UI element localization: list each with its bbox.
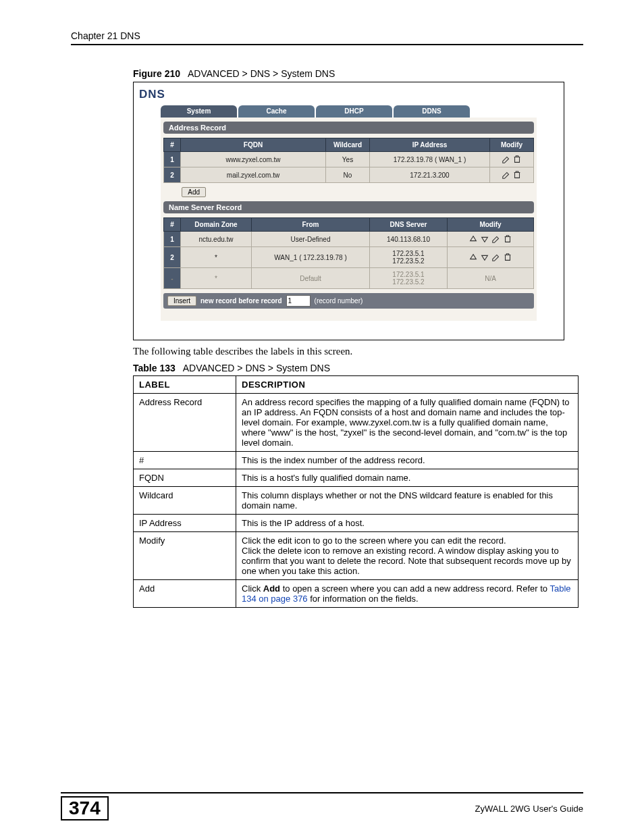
desc-text: This column displays whether or not the … [236, 487, 579, 515]
row-wildcard: Yes [326, 152, 370, 167]
row-zone: * [181, 268, 252, 289]
col-modify: Modify [490, 138, 534, 152]
address-record-table: # FQDN Wildcard IP Address Modify 1 www.… [163, 138, 534, 183]
row-ip: 172.23.19.78 ( WAN_1 ) [370, 152, 490, 167]
desc-label: Address Record [134, 394, 236, 452]
move-down-icon[interactable] [480, 234, 489, 244]
figure-label: Figure 210 [133, 68, 180, 79]
add-button[interactable]: Add [182, 187, 206, 197]
desc-text: This is the index number of the address … [236, 452, 579, 469]
desc-text: This is the IP address of a host. [236, 515, 579, 532]
tab-cache[interactable]: Cache [238, 105, 315, 118]
footer-rule [61, 792, 583, 793]
desc-row: IP AddressThis is the IP address of a ho… [134, 515, 579, 532]
chapter-heading: Chapter 21 DNS [71, 30, 583, 41]
move-up-icon[interactable] [468, 253, 478, 262]
row-actions [490, 152, 534, 167]
desc-row: ModifyClick the edit icon to go to the s… [134, 532, 579, 580]
description-table: LABEL DESCRIPTION Address RecordAn addre… [133, 375, 579, 608]
desc-label: # [134, 452, 236, 469]
insert-text-after: (record number) [315, 297, 363, 305]
table-caption: Table 133 ADVANCED > DNS > System DNS [133, 363, 583, 373]
edit-icon[interactable] [502, 170, 511, 180]
delete-icon[interactable] [512, 170, 522, 180]
row-from: WAN_1 ( 172.23.19.78 ) [252, 247, 370, 268]
desc-row: WildcardThis column displays whether or … [134, 487, 579, 515]
insert-button[interactable]: Insert [167, 296, 196, 306]
edit-icon[interactable] [491, 253, 501, 262]
desc-text: Click Add to open a screen where you can… [236, 580, 579, 608]
name-server-table: # Domain Zone From DNS Server Modify 1 n… [163, 217, 534, 289]
section-address-record: Address Record [163, 122, 534, 134]
delete-icon[interactable] [503, 234, 512, 244]
col-fqdn: FQDN [181, 138, 326, 152]
desc-row: #This is the index number of the address… [134, 452, 579, 469]
ns-row: 2 * WAN_1 ( 172.23.19.78 ) 172.23.5.1 17… [164, 247, 534, 268]
col-idx: # [164, 138, 181, 152]
figure-caption: Figure 210 ADVANCED > DNS > System DNS [133, 68, 583, 79]
tab-strip: System Cache DHCP DDNS [161, 105, 561, 118]
row-zone: nctu.edu.tw [181, 232, 252, 247]
desc-label: FQDN [134, 469, 236, 487]
table-text: ADVANCED > DNS > System DNS [183, 363, 330, 373]
row-from: Default [252, 268, 370, 289]
screen-title: DNS [139, 88, 561, 101]
col-modify: Modify [448, 218, 534, 232]
desc-label: Add [134, 580, 236, 608]
delete-icon[interactable] [503, 253, 512, 262]
address-row: 1 www.zyxel.com.tw Yes 172.23.19.78 ( WA… [164, 152, 534, 167]
row-server: 172.23.5.1 172.23.5.2 [370, 247, 448, 268]
row-server: 172.23.5.1 172.23.5.2 [370, 268, 448, 289]
dns-screenshot: DNS System Cache DHCP DDNS Address Recor… [133, 82, 564, 340]
tab-ddns[interactable]: DDNS [394, 105, 470, 118]
table-label: Table 133 [133, 363, 176, 373]
header-rule [71, 44, 583, 45]
edit-icon[interactable] [491, 234, 501, 244]
col-description: DESCRIPTION [236, 376, 579, 394]
desc-row: FQDNThis is a host's fully qualified dom… [134, 469, 579, 487]
address-row: 2 mail.zyxel.com.tw No 172.21.3.200 [164, 167, 534, 183]
row-actions [448, 247, 534, 268]
row-ip: 172.21.3.200 [370, 167, 490, 183]
insert-row: Insert new record before record (record … [163, 293, 534, 309]
col-idx: # [164, 218, 181, 232]
desc-row: AddClick Add to open a screen where you … [134, 580, 579, 608]
col-from: From [252, 218, 370, 232]
row-from: User-Defined [252, 232, 370, 247]
delete-icon[interactable] [512, 155, 522, 164]
col-label: LABEL [134, 376, 236, 394]
row-zone: * [181, 247, 252, 268]
move-up-icon[interactable] [468, 234, 478, 244]
figure-text: ADVANCED > DNS > System DNS [188, 68, 335, 79]
desc-text: This is a host's fully qualified domain … [236, 469, 579, 487]
edit-icon[interactable] [502, 155, 511, 164]
row-fqdn: www.zyxel.com.tw [181, 152, 326, 167]
ns-row-default: - * Default 172.23.5.1 172.23.5.2 N/A [164, 268, 534, 289]
tab-dhcp[interactable]: DHCP [316, 105, 392, 118]
row-idx: 2 [164, 247, 181, 268]
row-actions [490, 167, 534, 183]
row-idx: 1 [164, 152, 181, 167]
row-fqdn: mail.zyxel.com.tw [181, 167, 326, 183]
insert-text-before: new record before record [200, 297, 282, 305]
ns-row: 1 nctu.edu.tw User-Defined 140.113.68.10 [164, 232, 534, 247]
record-number-input[interactable] [286, 295, 311, 307]
desc-label: Modify [134, 532, 236, 580]
row-modify-na: N/A [448, 268, 534, 289]
desc-text: An address record specifies the mapping … [236, 394, 579, 452]
section-name-server-record: Name Server Record [163, 201, 534, 213]
desc-label: Wildcard [134, 487, 236, 515]
col-server: DNS Server [370, 218, 448, 232]
desc-label: IP Address [134, 515, 236, 532]
move-down-icon[interactable] [480, 253, 489, 262]
row-idx: 1 [164, 232, 181, 247]
page-number: 374 [61, 796, 109, 820]
row-actions [448, 232, 534, 247]
col-zone: Domain Zone [181, 218, 252, 232]
tab-system[interactable]: System [161, 105, 237, 118]
desc-row: Address RecordAn address record specifie… [134, 394, 579, 452]
col-wildcard: Wildcard [326, 138, 370, 152]
row-idx: 2 [164, 167, 181, 183]
desc-text: Click the edit icon to go to the screen … [236, 532, 579, 580]
footer-guide-name: ZyWALL 2WG User's Guide [475, 804, 583, 814]
